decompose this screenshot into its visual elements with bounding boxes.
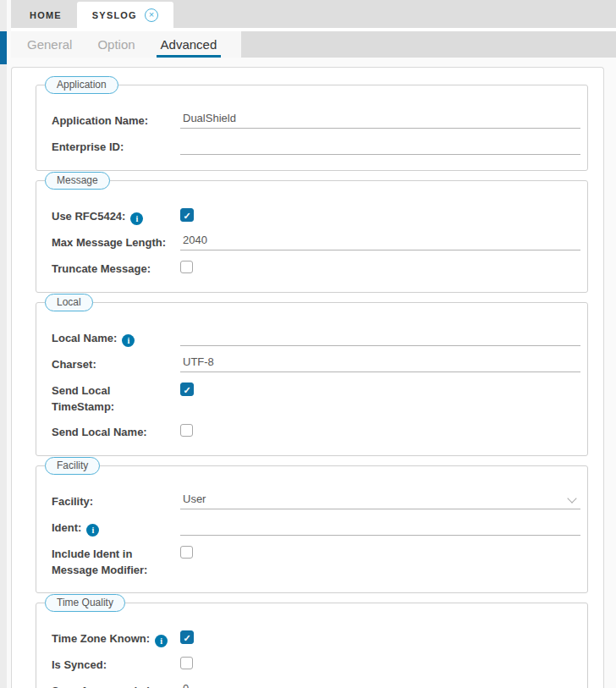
field-row-facility: Facility: User <box>52 492 580 510</box>
tab-home-label: HOME <box>30 10 62 20</box>
info-icon[interactable]: i <box>130 212 143 225</box>
enterprise-id-input[interactable] <box>180 137 580 155</box>
send-local-timestamp-checkbox[interactable] <box>180 383 194 396</box>
field-control: 0 <box>180 681 580 688</box>
field-control <box>180 655 580 673</box>
fieldset-time-quality: Time Quality Time Zone Known:i Is Synced… <box>36 603 588 688</box>
include-ident-in-message-modifier-checkbox[interactable] <box>180 546 193 559</box>
facility-value: User <box>180 493 206 509</box>
field-row-sync-accuracy-micro-seconds: Sync Accuracy (micro seconds): 0 <box>52 681 580 688</box>
field-row-use-rfc5424: Use RFC5424:i <box>52 206 580 225</box>
info-icon[interactable]: i <box>155 635 168 647</box>
field-control <box>180 259 580 277</box>
info-icon[interactable]: i <box>122 334 135 347</box>
fieldset-rows: Use RFC5424:i Max Message Length: 2040 T… <box>52 206 580 278</box>
field-row-send-local-name: Send Local Name: <box>52 422 580 441</box>
field-row-is-synced: Is Synced: <box>52 655 580 674</box>
field-label: Facility: <box>52 492 180 509</box>
subtab-strip: General Option Advanced <box>11 31 241 58</box>
fieldset-message: Message Use RFC5424:i Max Message Length… <box>36 180 588 293</box>
subtab-bar: General Option Advanced <box>11 31 616 58</box>
fieldset-legend-pill: Local <box>45 294 93 311</box>
field-label: Max Message Length: <box>52 233 180 250</box>
field-control <box>180 629 580 645</box>
field-label: Time Zone Known:i <box>52 629 180 647</box>
subtab-option[interactable]: Option <box>96 31 136 58</box>
time-zone-known-checkbox[interactable] <box>180 630 194 644</box>
chevron-down-icon <box>567 493 576 503</box>
field-label: Sync Accuracy (micro seconds): <box>52 681 180 688</box>
window-tab-bar: HOME SYSLOG × <box>11 0 616 28</box>
ident-value <box>180 519 183 535</box>
local-name-input[interactable] <box>180 328 580 346</box>
max-message-length-input[interactable]: 2040 <box>180 233 580 250</box>
facility-select[interactable]: User <box>180 492 580 509</box>
field-control: UTF-8 <box>180 355 580 372</box>
is-synced-checkbox[interactable] <box>180 657 193 669</box>
form-sections: Application Application Name: DualShield… <box>36 85 588 688</box>
field-row-include-ident-in-message-modifier: Include Ident in Message Modifier: <box>52 544 580 578</box>
charset-input[interactable]: UTF-8 <box>180 355 580 372</box>
field-row-local-name: Local Name:i <box>52 328 580 347</box>
info-icon[interactable]: i <box>86 524 99 537</box>
application-name-input[interactable]: DualShield <box>180 111 580 129</box>
application-name-value: DualShield <box>180 112 236 128</box>
field-control: User <box>180 492 580 509</box>
settings-card: Application Application Name: DualShield… <box>11 67 604 688</box>
field-label: Send Local Name: <box>52 422 180 440</box>
field-row-application-name: Application Name: DualShield <box>52 111 580 129</box>
field-label: Application Name: <box>52 111 180 129</box>
sync-accuracy-micro-seconds-value: 0 <box>180 682 189 688</box>
field-row-send-local-timestamp: Send Local TimeStamp: <box>52 381 580 415</box>
field-control <box>180 328 580 346</box>
use-rfc5424-checkbox[interactable] <box>180 208 194 222</box>
tab-syslog-label: SYSLOG <box>92 10 137 20</box>
tab-syslog[interactable]: SYSLOG × <box>77 2 173 28</box>
rail-scroll-indicator[interactable] <box>0 31 7 64</box>
enterprise-id-value <box>180 138 183 154</box>
field-control <box>180 518 580 536</box>
field-label: Truncate Message: <box>52 259 180 277</box>
tab-content: Application Application Name: DualShield… <box>11 58 616 688</box>
main-area: HOME SYSLOG × General Option Advanced Ap… <box>11 0 616 688</box>
field-control <box>180 206 580 223</box>
field-row-max-message-length: Max Message Length: 2040 <box>52 233 580 251</box>
field-row-charset: Charset: UTF-8 <box>52 355 580 373</box>
subtab-advanced[interactable]: Advanced <box>159 31 219 58</box>
field-label: Ident:i <box>52 518 180 537</box>
fieldset-legend-pill: Application <box>45 76 118 94</box>
field-control <box>180 544 580 562</box>
fieldset-facility: Facility Facility: User Ident:i Include … <box>36 465 588 593</box>
field-row-truncate-message: Truncate Message: <box>52 259 580 278</box>
close-tab-icon[interactable]: × <box>145 8 158 22</box>
fieldset-local: Local Local Name:i Charset: UTF-8 Send L… <box>36 302 588 456</box>
field-control <box>180 137 580 155</box>
field-label: Send Local TimeStamp: <box>52 381 180 415</box>
fieldset-legend-pill: Message <box>45 172 110 190</box>
fieldset-application: Application Application Name: DualShield… <box>36 85 588 171</box>
fieldset-rows: Time Zone Known:i Is Synced: Sync Accura… <box>52 629 580 688</box>
ident-input[interactable] <box>180 518 580 536</box>
field-label: Enterprise ID: <box>52 137 180 155</box>
subtab-general[interactable]: General <box>25 31 74 58</box>
tab-home[interactable]: HOME <box>14 2 77 28</box>
field-label: Include Ident in Message Modifier: <box>52 544 180 578</box>
fieldset-legend-pill: Time Quality <box>45 594 125 612</box>
fieldset-legend-pill: Facility <box>45 457 100 475</box>
subtab-bar-filler <box>241 31 616 58</box>
field-control <box>180 422 580 440</box>
left-scrollbar-rail <box>0 0 7 688</box>
max-message-length-value: 2040 <box>180 234 207 250</box>
field-label: Local Name:i <box>52 328 180 347</box>
sync-accuracy-micro-seconds-input[interactable]: 0 <box>180 681 580 688</box>
send-local-name-checkbox[interactable] <box>180 424 193 437</box>
field-control: 2040 <box>180 233 580 250</box>
fieldset-rows: Facility: User Ident:i Include Ident in … <box>52 492 580 578</box>
field-row-ident: Ident:i <box>52 518 580 537</box>
field-label: Is Synced: <box>52 655 180 673</box>
field-control <box>180 381 580 397</box>
fieldset-rows: Local Name:i Charset: UTF-8 Send Local T… <box>52 328 580 441</box>
local-name-value <box>180 329 183 345</box>
field-control: DualShield <box>180 111 580 129</box>
truncate-message-checkbox[interactable] <box>180 261 193 273</box>
